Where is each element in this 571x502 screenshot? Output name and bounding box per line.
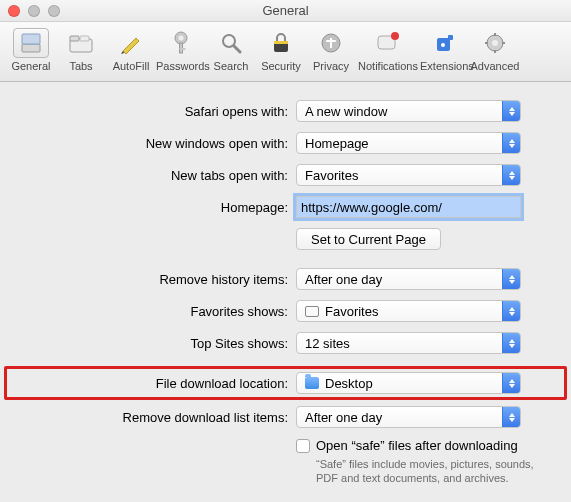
passwords-icon: [163, 28, 199, 58]
set-to-current-page-button[interactable]: Set to Current Page: [296, 228, 441, 250]
advanced-icon: [477, 28, 513, 58]
popup-value: After one day: [305, 272, 502, 287]
tab-label: Notifications: [356, 60, 420, 73]
tab-passwords[interactable]: Passwords: [156, 26, 206, 73]
popup-value: Desktop: [325, 376, 502, 391]
new-windows-popup[interactable]: Homepage: [296, 132, 521, 154]
download-location-popup[interactable]: Desktop: [296, 372, 521, 394]
popup-value: After one day: [305, 410, 502, 425]
label-remove-history: Remove history items:: [18, 272, 296, 287]
chevron-updown-icon: [502, 165, 520, 185]
chevron-updown-icon: [502, 133, 520, 153]
label-download-location: File download location:: [18, 376, 296, 391]
svg-line-11: [234, 46, 240, 52]
chevron-updown-icon: [502, 407, 520, 427]
tab-advanced[interactable]: Advanced: [470, 26, 520, 73]
svg-rect-9: [180, 48, 186, 50]
remove-downloads-popup[interactable]: After one day: [296, 406, 521, 428]
svg-point-17: [391, 32, 399, 40]
tab-autofill[interactable]: AutoFill: [106, 26, 156, 73]
chevron-updown-icon: [502, 333, 520, 353]
tab-label: General: [6, 60, 56, 73]
svg-rect-19: [448, 35, 453, 40]
label-new-tabs: New tabs open with:: [18, 168, 296, 183]
zoom-icon[interactable]: [48, 5, 60, 17]
tab-general[interactable]: General: [6, 26, 56, 73]
chevron-updown-icon: [502, 269, 520, 289]
popup-value: 12 sites: [305, 336, 502, 351]
close-icon[interactable]: [8, 5, 20, 17]
remove-history-popup[interactable]: After one day: [296, 268, 521, 290]
minimize-icon[interactable]: [28, 5, 40, 17]
open-safe-files-note: “Safe” files include movies, pictures, s…: [316, 457, 541, 485]
chevron-updown-icon: [502, 301, 520, 321]
label-new-windows: New windows open with:: [18, 136, 296, 151]
autofill-icon: [113, 28, 149, 58]
tab-label: Advanced: [470, 60, 520, 73]
preferences-toolbar: General Tabs AutoFill Passwords Search S…: [0, 22, 571, 82]
chevron-updown-icon: [502, 373, 520, 393]
privacy-icon: [313, 28, 349, 58]
window-titlebar: General: [0, 0, 571, 22]
label-remove-downloads: Remove download list items:: [18, 410, 296, 425]
preferences-content: Safari opens with: A new window New wind…: [0, 82, 571, 485]
tab-label: Security: [256, 60, 306, 73]
window-title: General: [0, 3, 571, 18]
label-topsites-shows: Top Sites shows:: [18, 336, 296, 351]
popup-value: Favorites: [325, 304, 502, 319]
security-icon: [263, 28, 299, 58]
label-favorites-shows: Favorites shows:: [18, 304, 296, 319]
tab-search[interactable]: Search: [206, 26, 256, 73]
svg-rect-2: [22, 34, 40, 44]
tab-label: Tabs: [56, 60, 106, 73]
svg-rect-13: [274, 41, 288, 44]
open-safe-files-label: Open “safe” files after downloading: [316, 438, 518, 453]
svg-rect-4: [70, 36, 79, 41]
svg-rect-1: [22, 44, 40, 52]
extensions-icon: [427, 28, 463, 58]
open-safe-files-checkbox[interactable]: [296, 439, 310, 453]
label-homepage: Homepage:: [18, 200, 296, 215]
safari-opens-with-popup[interactable]: A new window: [296, 100, 521, 122]
svg-point-20: [441, 43, 445, 47]
tab-notifications[interactable]: Notifications: [356, 26, 420, 73]
tab-label: Passwords: [156, 60, 206, 73]
tab-tabs[interactable]: Tabs: [56, 26, 106, 73]
popup-value: A new window: [305, 104, 502, 119]
tab-privacy[interactable]: Privacy: [306, 26, 356, 73]
label-safari-opens-with: Safari opens with:: [18, 104, 296, 119]
traffic-lights: [8, 5, 60, 17]
search-icon: [213, 28, 249, 58]
tab-label: Search: [206, 60, 256, 73]
svg-rect-5: [80, 36, 89, 41]
chevron-updown-icon: [502, 101, 520, 121]
popup-value: Homepage: [305, 136, 502, 151]
folder-icon: [305, 377, 319, 389]
tab-label: Extensions: [420, 60, 470, 73]
popup-value: Favorites: [305, 168, 502, 183]
tabs-icon: [63, 28, 99, 58]
topsites-shows-popup[interactable]: 12 sites: [296, 332, 521, 354]
notifications-icon: [370, 28, 406, 58]
homepage-field[interactable]: [296, 196, 521, 218]
svg-point-22: [492, 40, 498, 46]
general-icon: [13, 28, 49, 58]
tab-extensions[interactable]: Extensions: [420, 26, 470, 73]
favorites-shows-popup[interactable]: Favorites: [296, 300, 521, 322]
svg-point-7: [179, 36, 184, 41]
tab-security[interactable]: Security: [256, 26, 306, 73]
new-tabs-popup[interactable]: Favorites: [296, 164, 521, 186]
book-icon: [305, 305, 319, 317]
tab-label: Privacy: [306, 60, 356, 73]
tab-label: AutoFill: [106, 60, 156, 73]
